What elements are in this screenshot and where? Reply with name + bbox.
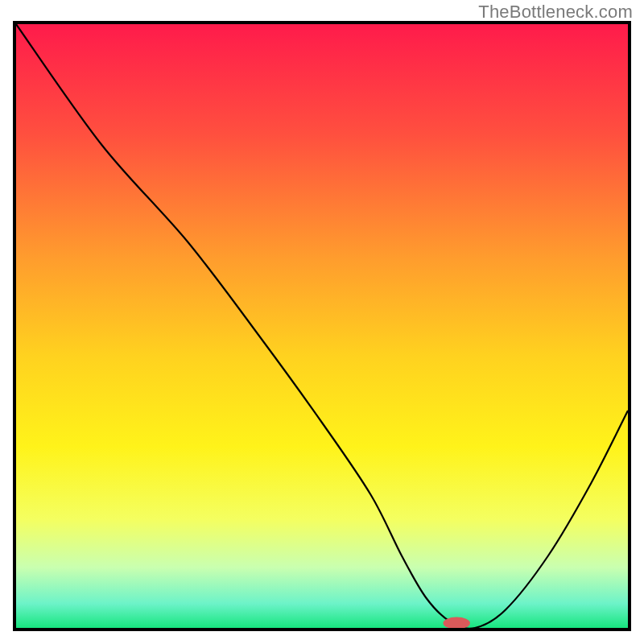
chart-svg <box>16 24 628 628</box>
gradient-background <box>16 24 628 628</box>
watermark-text: TheBottleneck.com <box>478 2 633 23</box>
chart-container: TheBottleneck.com <box>0 0 644 644</box>
plot-area <box>16 24 628 628</box>
chart-frame <box>13 21 631 631</box>
